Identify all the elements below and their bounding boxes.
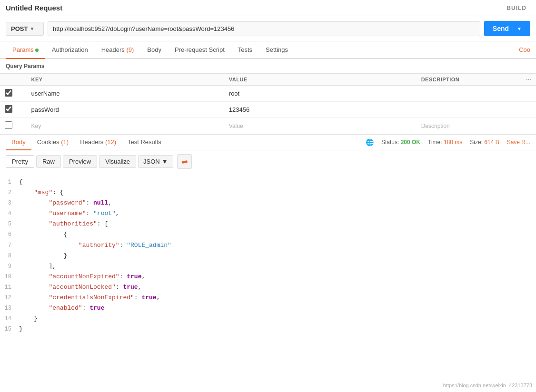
json-line-10: 10 "accountNonExpired": true, bbox=[0, 272, 536, 282]
json-line-11: 11 "accountNonLocked": true, bbox=[0, 282, 536, 293]
raw-button[interactable]: Raw bbox=[36, 155, 61, 168]
more-icon[interactable]: ··· bbox=[526, 77, 531, 82]
json-chevron-icon: ▼ bbox=[162, 158, 168, 165]
resp-tab-body[interactable]: Body bbox=[6, 135, 31, 150]
json-format-select[interactable]: JSON ▼ bbox=[138, 155, 173, 168]
body-toolbar: Pretty Raw Preview Visualize JSON ▼ ⇌ bbox=[0, 150, 536, 173]
json-viewer: 1 { 2 "msg": { 3 "password": null, 4 "us… bbox=[0, 173, 536, 335]
save-response-button[interactable]: Save R... bbox=[507, 139, 530, 146]
time-label: Time: 180 ms bbox=[428, 139, 462, 146]
table-row: userName root bbox=[0, 86, 536, 102]
json-line-7: 7 "authority": "ROLE_admin" bbox=[0, 240, 536, 251]
response-status: 🌐 Status: 200 OK Time: 180 ms Size: 614 … bbox=[366, 138, 530, 146]
row1-value: root bbox=[229, 90, 239, 97]
build-button[interactable]: BUILD bbox=[506, 5, 526, 11]
visualize-button[interactable]: Visualize bbox=[99, 155, 136, 168]
col-value: VALUE bbox=[224, 74, 417, 86]
row2-value: 123456 bbox=[229, 106, 249, 113]
col-description: DESCRIPTION bbox=[417, 74, 522, 86]
row2-key: passWord bbox=[31, 106, 59, 113]
tab-settings[interactable]: Settings bbox=[259, 41, 295, 59]
row1-description bbox=[417, 86, 522, 102]
json-line-12: 12 "credentialsNonExpired": true, bbox=[0, 293, 536, 303]
size-label: Size: 614 B bbox=[470, 139, 499, 146]
tab-tests[interactable]: Tests bbox=[231, 41, 259, 59]
row1-checkbox[interactable] bbox=[5, 89, 12, 97]
preview-button[interactable]: Preview bbox=[63, 155, 97, 168]
json-line-15: 15 } bbox=[0, 324, 536, 334]
tab-params[interactable]: Params bbox=[6, 41, 45, 59]
table-row: passWord 123456 bbox=[0, 102, 536, 118]
row3-description: Description bbox=[421, 123, 450, 129]
json-line-6: 6 { bbox=[0, 229, 536, 240]
json-line-4: 4 "username": "root", bbox=[0, 208, 536, 219]
response-tabs: Body Cookies (1) Headers (12) Test Resul… bbox=[0, 134, 536, 150]
json-line-5: 5 "authorities": [ bbox=[0, 219, 536, 229]
tab-overflow[interactable]: Coo bbox=[519, 46, 530, 53]
params-table: KEY VALUE DESCRIPTION ··· userName root … bbox=[0, 73, 536, 134]
row2-description bbox=[417, 102, 522, 118]
row2-checkbox[interactable] bbox=[5, 105, 12, 113]
method-select[interactable]: POST ▼ bbox=[6, 22, 44, 36]
json-line-9: 9 ], bbox=[0, 261, 536, 272]
json-label: JSON bbox=[143, 158, 160, 165]
wrap-icon: ⇌ bbox=[181, 157, 188, 166]
row3-value: Value bbox=[229, 123, 243, 129]
table-row: Key Value Description bbox=[0, 118, 536, 134]
status-label: Status: 200 OK bbox=[381, 139, 420, 146]
row3-checkbox[interactable] bbox=[5, 121, 12, 129]
row1-key: userName bbox=[31, 90, 60, 97]
json-line-1: 1 { bbox=[0, 177, 536, 187]
params-dot bbox=[35, 49, 39, 52]
tab-prerequest[interactable]: Pre-request Script bbox=[168, 41, 231, 59]
send-label: Send bbox=[493, 25, 509, 32]
send-button[interactable]: Send ▼ bbox=[484, 21, 530, 36]
top-bar: Untitled Request BUILD bbox=[0, 0, 536, 16]
json-line-14: 14 } bbox=[0, 314, 536, 324]
tab-authorization[interactable]: Authorization bbox=[45, 41, 95, 59]
pretty-button[interactable]: Pretty bbox=[6, 155, 34, 168]
col-key: KEY bbox=[27, 74, 224, 86]
json-line-2: 2 "msg": { bbox=[0, 187, 536, 198]
wrap-button[interactable]: ⇌ bbox=[177, 154, 192, 169]
tab-headers[interactable]: Headers (9) bbox=[95, 41, 141, 59]
url-bar: POST ▼ Send ▼ bbox=[0, 16, 536, 41]
request-title: Untitled Request bbox=[6, 4, 506, 12]
request-tabs: Params Authorization Headers (9) Body Pr… bbox=[0, 41, 536, 59]
row3-key: Key bbox=[31, 123, 41, 129]
send-dropdown-arrow[interactable]: ▼ bbox=[513, 26, 522, 31]
globe-icon: 🌐 bbox=[366, 138, 374, 146]
resp-tab-headers[interactable]: Headers (12) bbox=[74, 135, 122, 150]
resp-tab-cookies[interactable]: Cookies (1) bbox=[31, 135, 74, 150]
json-line-13: 13 "enabled": true bbox=[0, 303, 536, 314]
url-input[interactable] bbox=[48, 21, 480, 36]
json-line-3: 3 "password": null, bbox=[0, 198, 536, 208]
tab-body[interactable]: Body bbox=[140, 41, 168, 59]
chevron-down-icon: ▼ bbox=[30, 26, 34, 31]
method-label: POST bbox=[11, 25, 28, 32]
json-line-8: 8 } bbox=[0, 251, 536, 261]
col-more: ··· bbox=[521, 74, 536, 86]
resp-tab-test-results[interactable]: Test Results bbox=[122, 135, 167, 150]
query-params-section: Query Params bbox=[0, 59, 536, 73]
